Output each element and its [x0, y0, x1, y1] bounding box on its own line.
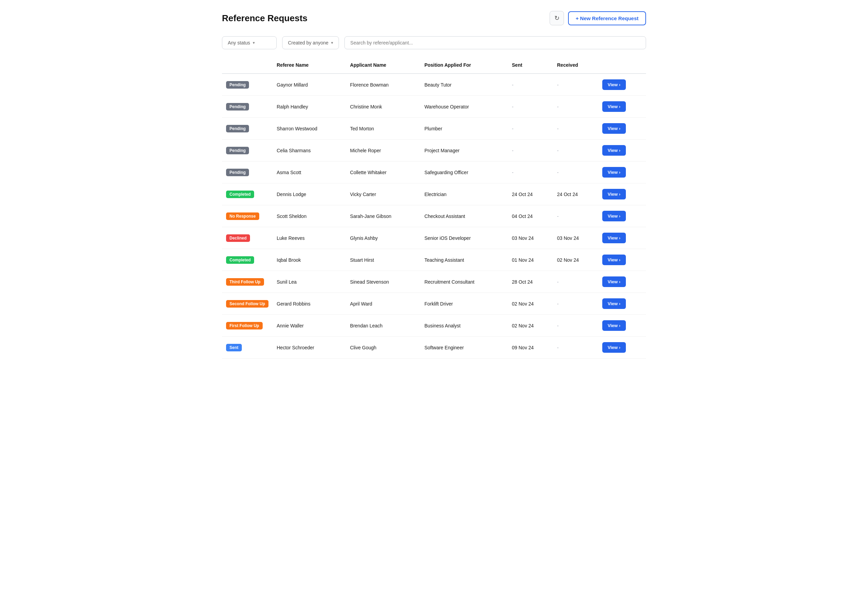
position: Beauty Tutor — [420, 73, 508, 96]
position: Recruitment Consultant — [420, 271, 508, 293]
view-button[interactable]: View › — [602, 277, 626, 287]
referee-name: Ralph Handley — [273, 96, 346, 118]
referee-name: Annie Waller — [273, 315, 346, 337]
referee-name: Asma Scott — [273, 162, 346, 183]
action-cell: View › — [598, 271, 646, 293]
referee-name: Luke Reeves — [273, 227, 346, 249]
search-input[interactable] — [344, 36, 646, 49]
view-button[interactable]: View › — [602, 211, 626, 221]
status-badge: Sent — [226, 344, 242, 351]
position: Software Engineer — [420, 337, 508, 359]
referee-name: Sunil Lea — [273, 271, 346, 293]
referee-name: Dennis Lodge — [273, 183, 346, 205]
view-button[interactable]: View › — [602, 101, 626, 112]
referee-name: Gerard Robbins — [273, 293, 346, 315]
creator-filter[interactable]: Created by anyone ▾ — [282, 36, 339, 49]
col-applicant-name: Applicant Name — [346, 59, 420, 73]
view-button[interactable]: View › — [602, 123, 626, 134]
table-row: PendingGaynor MillardFlorence BowmanBeau… — [222, 73, 646, 96]
status-badge: Pending — [226, 147, 249, 154]
col-position: Position Applied For — [420, 59, 508, 73]
sent-date: 09 Nov 24 — [508, 337, 553, 359]
position: Warehouse Operator — [420, 96, 508, 118]
position: Teaching Assistant — [420, 249, 508, 271]
referee-name: Gaynor Millard — [273, 73, 346, 96]
status-cell: Third Follow Up — [222, 271, 273, 293]
received-date: - — [553, 315, 598, 337]
sent-date: - — [508, 162, 553, 183]
view-button[interactable]: View › — [602, 233, 626, 243]
status-badge: No Response — [226, 213, 259, 220]
view-button[interactable]: View › — [602, 255, 626, 265]
status-badge: Pending — [226, 81, 249, 89]
applicant-name: Michele Roper — [346, 140, 420, 162]
table-row: First Follow UpAnnie WallerBrendan Leach… — [222, 315, 646, 337]
sent-date: - — [508, 140, 553, 162]
table-row: DeclinedLuke ReevesGlynis AshbySenior iO… — [222, 227, 646, 249]
table-row: PendingSharron WestwoodTed MortonPlumber… — [222, 118, 646, 140]
table-row: PendingRalph HandleyChristine MonkWareho… — [222, 96, 646, 118]
status-badge: Pending — [226, 125, 249, 132]
refresh-button[interactable]: ↻ — [550, 11, 564, 25]
action-cell: View › — [598, 183, 646, 205]
received-date: 24 Oct 24 — [553, 183, 598, 205]
received-date: - — [553, 271, 598, 293]
action-cell: View › — [598, 249, 646, 271]
col-status — [222, 59, 273, 73]
applicant-name: Stuart Hirst — [346, 249, 420, 271]
sent-date: 28 Oct 24 — [508, 271, 553, 293]
table-row: PendingCelia SharmansMichele RoperProjec… — [222, 140, 646, 162]
table-row: No ResponseScott SheldonSarah-Jane Gibso… — [222, 205, 646, 227]
applicant-name: Sinead Stevenson — [346, 271, 420, 293]
applicant-name: Collette Whitaker — [346, 162, 420, 183]
view-button[interactable]: View › — [602, 342, 626, 353]
status-cell: Pending — [222, 140, 273, 162]
requests-table-container: Referee Name Applicant Name Position App… — [222, 59, 646, 359]
view-button[interactable]: View › — [602, 189, 626, 199]
applicant-name: Brendan Leach — [346, 315, 420, 337]
received-date: - — [553, 140, 598, 162]
view-button[interactable]: View › — [602, 320, 626, 331]
action-cell: View › — [598, 140, 646, 162]
new-reference-request-button[interactable]: + New Reference Request — [568, 11, 646, 25]
applicant-name: Vicky Carter — [346, 183, 420, 205]
received-date: 03 Nov 24 — [553, 227, 598, 249]
received-date: 02 Nov 24 — [553, 249, 598, 271]
table-row: CompletedIqbal BrookStuart HirstTeaching… — [222, 249, 646, 271]
position: Checkout Assistant — [420, 205, 508, 227]
view-button[interactable]: View › — [602, 298, 626, 309]
view-button[interactable]: View › — [602, 167, 626, 177]
sent-date: 01 Nov 24 — [508, 249, 553, 271]
page-title: Reference Requests — [222, 13, 307, 23]
filter-bar: Any status ▾ Created by anyone ▾ — [222, 36, 646, 49]
action-cell: View › — [598, 118, 646, 140]
position: Forklift Driver — [420, 293, 508, 315]
table-header: Referee Name Applicant Name Position App… — [222, 59, 646, 73]
view-button[interactable]: View › — [602, 145, 626, 156]
status-cell: Second Follow Up — [222, 293, 273, 315]
referee-name: Scott Sheldon — [273, 205, 346, 227]
status-filter[interactable]: Any status ▾ — [222, 36, 277, 49]
action-cell: View › — [598, 227, 646, 249]
position: Safeguarding Officer — [420, 162, 508, 183]
chevron-down-icon: ▾ — [331, 40, 333, 45]
status-cell: Sent — [222, 337, 273, 359]
header-actions: ↻ + New Reference Request — [550, 11, 646, 25]
table-row: Third Follow UpSunil LeaSinead Stevenson… — [222, 271, 646, 293]
received-date: - — [553, 73, 598, 96]
received-date: - — [553, 96, 598, 118]
position: Business Analyst — [420, 315, 508, 337]
view-button[interactable]: View › — [602, 79, 626, 90]
status-badge: First Follow Up — [226, 322, 263, 329]
received-date: - — [553, 337, 598, 359]
col-actions — [598, 59, 646, 73]
table-row: Second Follow UpGerard RobbinsApril Ward… — [222, 293, 646, 315]
col-sent: Sent — [508, 59, 553, 73]
position: Senior iOS Developer — [420, 227, 508, 249]
status-cell: No Response — [222, 205, 273, 227]
sent-date: 04 Oct 24 — [508, 205, 553, 227]
action-cell: View › — [598, 96, 646, 118]
sent-date: 02 Nov 24 — [508, 293, 553, 315]
applicant-name: Florence Bowman — [346, 73, 420, 96]
action-cell: View › — [598, 162, 646, 183]
